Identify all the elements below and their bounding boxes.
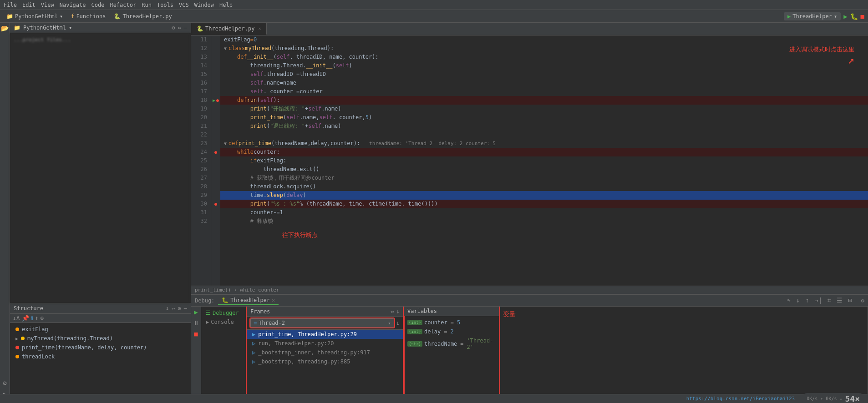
debug-header: Debug: 🐛 ThreadHelper ✕ ↷ ↓ ↑ →| ⌗ ☰ ⊡ <box>191 295 868 307</box>
step-into-btn[interactable]: ↓ <box>794 296 802 305</box>
info-icon[interactable]: ℹ <box>31 315 33 322</box>
frames-header: Frames ⇔ ↓ <box>247 307 403 317</box>
structure-item-exitflag[interactable]: exitFlag <box>14 325 187 334</box>
down-arrow-icon[interactable]: ↓ <box>396 308 400 315</box>
debugger-label: Debugger <box>213 310 239 316</box>
step-over-btn[interactable]: ↷ <box>785 296 792 305</box>
mythread-label: myThread(threading.Thread) <box>27 335 113 342</box>
run-to-cursor-btn[interactable]: →| <box>812 296 824 305</box>
frame-item-0[interactable]: ▶ print_time, ThreadHelper.py:29 <box>247 330 403 339</box>
settings-gear-icon[interactable]: ⚙ <box>172 25 175 31</box>
menu-run[interactable]: Run <box>142 2 152 8</box>
left-panel: 📁 PythonGetHtml ▾ ⚙ ⇔ — ...project files… <box>10 23 191 403</box>
expand-icon[interactable]: ⇔ <box>178 25 181 31</box>
file-label: ThreadHelper.py <box>122 13 172 20</box>
menu-tools[interactable]: Tools <box>157 2 173 8</box>
frames-title: Frames <box>250 308 270 315</box>
python-icon: 🐍 <box>197 25 203 32</box>
thread-dropdown[interactable]: ≡ Thread-2 ▾ <box>250 318 394 327</box>
menu-refactor[interactable]: Refactor <box>110 2 136 8</box>
pin-icon[interactable]: 📌 <box>22 315 29 322</box>
printtime-label: print_time(threadName, delay, counter) <box>22 344 147 351</box>
editor-tab-threadhelper[interactable]: 🐍 ThreadHelper.py ✕ <box>191 23 267 35</box>
debug-session-close-icon[interactable]: ✕ <box>272 297 275 303</box>
gutter-area[interactable]: ▶ ● ● <box>211 35 220 286</box>
step-out-btn[interactable]: ↑ <box>803 296 811 305</box>
path-text: print_time() › while counter <box>195 287 279 293</box>
frame-item-3[interactable]: ▷ _bootstrap, threading.py:885 <box>247 357 403 366</box>
frame-item-1[interactable]: ▷ run, ThreadHelper.py:20 <box>247 339 403 348</box>
debug-session-name: ThreadHelper <box>230 297 270 303</box>
debugger-subtab[interactable]: ☰ Debugger <box>203 308 244 317</box>
functions-tab[interactable]: f Functions <box>68 12 108 20</box>
frame-item-2[interactable]: ▷ _bootstrap_inner, threading.py:917 <box>247 348 403 357</box>
pause-btn[interactable]: ⏸ <box>193 319 199 327</box>
settings-icon[interactable]: ⚙ <box>3 379 6 387</box>
expand-frames-icon[interactable]: ⇔ <box>391 308 394 315</box>
tab-close-icon[interactable]: ✕ <box>258 26 261 31</box>
breakpoint-30[interactable]: ● <box>214 202 217 207</box>
breakpoint-24[interactable]: ● <box>214 150 217 155</box>
structure-item-printtime[interactable]: print_time(threadName, delay, counter) <box>14 343 187 352</box>
menu-vcs[interactable]: VCS <box>179 2 189 8</box>
project-icon[interactable]: 📂 <box>1 25 9 32</box>
structure-item-threadlock[interactable]: threadLock <box>14 352 187 361</box>
menu-file[interactable]: File <box>4 2 17 8</box>
expand-all-icon[interactable]: ⇔ <box>172 305 175 312</box>
run-config-selector[interactable]: ▶ ThreadHelper ▾ <box>784 12 841 20</box>
project-panel-header: 📁 PythonGetHtml ▾ ⚙ ⇔ — <box>10 23 191 33</box>
debug-settings-icon[interactable]: ⚙ <box>861 297 864 304</box>
resume-btn[interactable]: ▶ <box>194 308 198 316</box>
menu-view[interactable]: View <box>41 2 54 8</box>
close-panel-icon[interactable]: — <box>184 25 187 31</box>
debug-session-tab[interactable]: 🐛 ThreadHelper ✕ <box>218 296 279 305</box>
code-line-14: threading.Thread.__init__(self) <box>220 61 868 70</box>
var-name-delay: delay <box>424 328 441 335</box>
breakpoint-18[interactable]: ● <box>216 98 219 103</box>
run-config-name: ThreadHelper <box>792 13 832 20</box>
structure-close-icon[interactable]: — <box>184 305 187 312</box>
structure-header: Structure ↕ ⇔ ⚙ — <box>10 303 191 314</box>
debug-button[interactable]: 🐛 <box>850 13 858 20</box>
file-tab[interactable]: 🐍 ThreadHelper.py <box>111 12 174 20</box>
thread-nav-btn[interactable]: ↓ <box>396 319 400 327</box>
evaluate-btn[interactable]: ⌗ <box>826 296 833 305</box>
run-button[interactable]: ▶ <box>843 13 847 20</box>
frames-btn[interactable]: ☰ <box>835 296 844 305</box>
show-anonymous-icon[interactable]: ⊕ <box>40 315 44 322</box>
stop-debug-btn[interactable]: ■ <box>194 330 198 338</box>
network-widget: 0K/s ↑ 0K/s ↓ 54× <box>802 393 864 403</box>
frame-fn-0: print_time, ThreadHelper.py:29 <box>258 331 357 338</box>
menu-edit[interactable]: Edit <box>22 2 36 8</box>
var-name-threadname: threadName <box>424 341 457 347</box>
console-subtab[interactable]: ▶ Console <box>203 317 244 327</box>
var-item-threadname[interactable]: {str} threadName = 'Thread-2' <box>407 336 495 352</box>
code-line-27: # 获取锁，用于线程同步counter <box>220 174 868 182</box>
var-item-counter[interactable]: {int} counter = 5 <box>407 318 495 327</box>
debug-subtabs: ☰ Debugger ▶ Console <box>201 307 247 403</box>
show-inherited-icon[interactable]: ⬆ <box>35 315 39 322</box>
stop-button[interactable]: ■ <box>861 13 864 20</box>
menu-help[interactable]: Help <box>219 2 233 8</box>
variables-panel: Variables {int} counter = 5 {int} <box>404 307 499 403</box>
var-type-counter: {int} <box>407 320 422 325</box>
thread-name: Thread-2 <box>259 320 285 326</box>
menu-navigate[interactable]: Navigate <box>60 2 86 8</box>
code-area[interactable]: 11 12 13 14 15 16 17 18 19 20 21 22 <box>191 35 868 286</box>
project-selector[interactable]: 📁 PythonGetHtml ▾ <box>4 12 66 20</box>
sort-icon[interactable]: ↕ <box>166 305 169 312</box>
structure-toolbar: ↓A 📌 ℹ ⬆ ⊕ <box>10 314 191 323</box>
variables-list: {int} counter = 5 {int} delay = 2 <box>404 316 499 394</box>
structure-item-mythread[interactable]: ▶ myThread(threading.Thread) <box>14 334 187 343</box>
var-item-delay[interactable]: {int} delay = 2 <box>407 327 495 336</box>
frames-panel: Frames ⇔ ↓ ≡ Thread-2 <box>247 307 404 403</box>
structure-settings-icon[interactable]: ⚙ <box>178 305 181 312</box>
code-line-25: if exitFlag: <box>220 156 868 165</box>
menu-code[interactable]: Code <box>91 2 105 8</box>
restore-layout-btn[interactable]: ⊡ <box>846 296 853 305</box>
variables-annotation-area: 变量 <box>499 307 519 403</box>
threadlock-label: threadLock <box>22 353 55 360</box>
sort-az-icon[interactable]: ↓A <box>13 315 20 322</box>
menu-window[interactable]: Window <box>194 2 214 8</box>
debug-panel: Debug: 🐛 ThreadHelper ✕ ↷ ↓ ↑ →| ⌗ ☰ ⊡ <box>191 294 868 403</box>
